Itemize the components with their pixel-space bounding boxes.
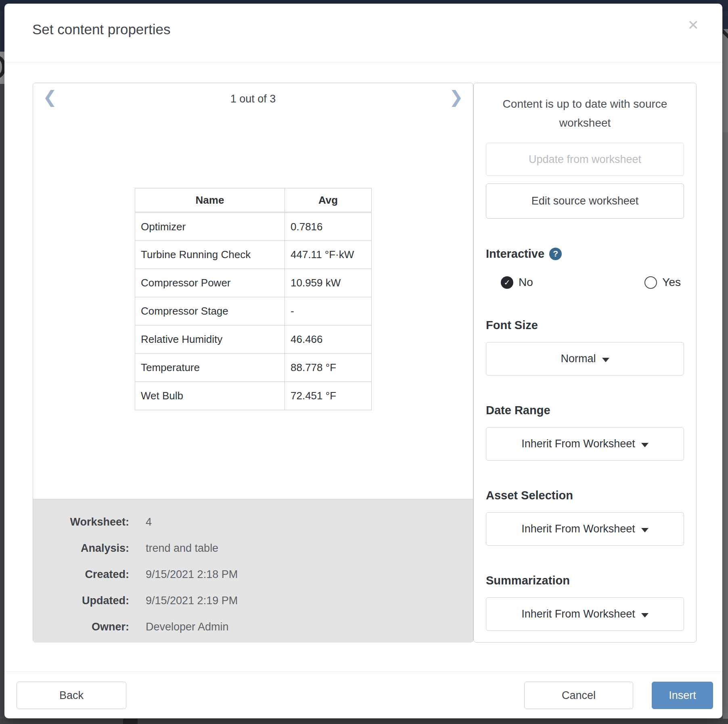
- back-button[interactable]: Back: [17, 682, 126, 709]
- date-range-heading: Date Range: [486, 403, 684, 417]
- carousel-page-count: 1 out of 3: [33, 93, 473, 105]
- metadata-label: Owner:: [33, 621, 129, 633]
- table-cell-name: Compressor Power: [135, 269, 285, 297]
- metadata-row-created: Created: 9/15/2021 2:18 PM: [33, 561, 473, 588]
- dialog-title: Set content properties: [32, 21, 170, 38]
- table-header-row: Name Avg: [135, 188, 372, 213]
- table-cell-avg: -: [285, 297, 372, 325]
- font-size-dropdown[interactable]: Normal: [486, 342, 684, 376]
- metadata-value: Developer Admin: [146, 621, 229, 633]
- table-cell-avg: 72.451 °F: [285, 382, 372, 410]
- asset-selection-value: Inherit From Worksheet: [521, 523, 635, 535]
- metadata-row-owner: Owner: Developer Admin: [33, 614, 473, 640]
- date-range-dropdown[interactable]: Inherit From Worksheet: [486, 427, 684, 461]
- metadata-label: Analysis:: [33, 542, 129, 555]
- metadata-value: trend and table: [146, 542, 218, 555]
- dialog-footer: Back Cancel Insert: [4, 672, 722, 718]
- edit-source-worksheet-button[interactable]: Edit source worksheet: [486, 184, 684, 219]
- content-preview-panel: ❮ 1 out of 3 ❯ Name Avg Optimizer 0.7816…: [33, 83, 473, 643]
- metadata-label: Created:: [33, 568, 129, 581]
- update-from-worksheet-button[interactable]: Update from worksheet: [486, 143, 684, 176]
- background-left-content-fragment: [0, 52, 4, 84]
- interactive-radio-group: ✓ No Yes: [486, 275, 684, 289]
- table-header-avg: Avg: [285, 188, 372, 213]
- radio-checked-icon[interactable]: ✓: [501, 276, 513, 289]
- content-options-panel: Content is up to date with source worksh…: [473, 83, 697, 643]
- table-cell-avg: 447.11 °F·kW: [285, 241, 372, 269]
- asset-selection-dropdown[interactable]: Inherit From Worksheet: [486, 512, 684, 546]
- table-row: Wet Bulb 72.451 °F: [135, 382, 372, 410]
- interactive-no-option[interactable]: ✓ No: [501, 276, 533, 289]
- chevron-right-icon[interactable]: ❯: [449, 89, 463, 106]
- summarization-value: Inherit From Worksheet: [521, 608, 635, 620]
- font-size-heading: Font Size: [486, 318, 684, 332]
- worksheet-metadata-panel: Worksheet: 4 Analysis: trend and table C…: [33, 499, 473, 643]
- table-row: Optimizer 0.7816: [135, 213, 372, 241]
- background-right-sliver: [723, 11, 728, 719]
- background-bottom-dark-block: [123, 719, 138, 724]
- table-cell-avg: 0.7816: [285, 213, 372, 241]
- caret-down-icon: [641, 443, 649, 447]
- date-range-value: Inherit From Worksheet: [521, 438, 635, 450]
- metadata-label: Worksheet:: [33, 516, 129, 528]
- table-cell-name: Relative Humidity: [135, 325, 285, 354]
- table-header-name: Name: [135, 188, 285, 213]
- table-row: Compressor Stage -: [135, 297, 372, 325]
- summarization-heading: Summarization: [486, 573, 684, 588]
- table-row: Compressor Power 10.959 kW: [135, 269, 372, 297]
- table-cell-name: Compressor Stage: [135, 297, 285, 325]
- interactive-no-label: No: [519, 276, 533, 289]
- table-cell-name: Wet Bulb: [135, 382, 285, 410]
- table-cell-name: Temperature: [135, 354, 285, 382]
- asset-selection-heading: Asset Selection: [486, 488, 684, 503]
- caret-down-icon: [602, 358, 609, 362]
- insert-button[interactable]: Insert: [652, 682, 713, 709]
- metadata-row-worksheet: Worksheet: 4: [33, 509, 473, 535]
- background-left-sliver: [0, 11, 4, 719]
- interactive-section-heading: Interactive ?: [486, 246, 684, 261]
- font-size-value: Normal: [561, 353, 596, 365]
- background-left-nav-fragment: [0, 11, 4, 52]
- summarization-dropdown[interactable]: Inherit From Worksheet: [486, 597, 684, 631]
- preview-table: Name Avg Optimizer 0.7816 Turbine Runnin…: [135, 188, 372, 410]
- close-icon[interactable]: ✕: [688, 18, 699, 32]
- interactive-label: Interactive: [486, 246, 544, 261]
- interactive-yes-option[interactable]: Yes: [644, 276, 681, 289]
- metadata-row-updated: Updated: 9/15/2021 2:19 PM: [33, 588, 473, 614]
- help-icon[interactable]: ?: [549, 248, 562, 260]
- set-content-properties-dialog: Set content properties ✕ ❮ 1 out of 3 ❯ …: [4, 4, 722, 718]
- cancel-button[interactable]: Cancel: [524, 682, 633, 709]
- caret-down-icon: [641, 613, 649, 618]
- background-right-lower-fragment: [723, 132, 728, 719]
- table-row: Relative Humidity 46.466: [135, 325, 372, 354]
- metadata-label: Updated:: [33, 595, 129, 607]
- table-cell-avg: 46.466: [285, 325, 372, 354]
- background-right-nav-fragment: [723, 11, 728, 29]
- caret-down-icon: [641, 528, 649, 532]
- table-cell-name: Turbine Running Check: [135, 241, 285, 269]
- background-right-slash-fragment: [723, 29, 728, 40]
- table-row: Temperature 88.778 °F: [135, 354, 372, 382]
- sync-status-text: Content is up to date with source worksh…: [486, 94, 684, 132]
- metadata-value: 9/15/2021 2:18 PM: [146, 568, 238, 581]
- metadata-row-analysis: Analysis: trend and table: [33, 535, 473, 561]
- table-cell-name: Optimizer: [135, 213, 285, 241]
- table-cell-avg: 88.778 °F: [285, 354, 372, 382]
- background-bottom-strip: [0, 719, 728, 724]
- table-row: Turbine Running Check 447.11 °F·kW: [135, 241, 372, 269]
- table-cell-avg: 10.959 kW: [285, 269, 372, 297]
- interactive-yes-label: Yes: [662, 276, 681, 289]
- dialog-header: Set content properties ✕: [4, 4, 722, 63]
- metadata-value: 9/15/2021 2:19 PM: [146, 595, 238, 607]
- metadata-value: 4: [146, 516, 152, 528]
- radio-unchecked-icon[interactable]: [644, 276, 657, 289]
